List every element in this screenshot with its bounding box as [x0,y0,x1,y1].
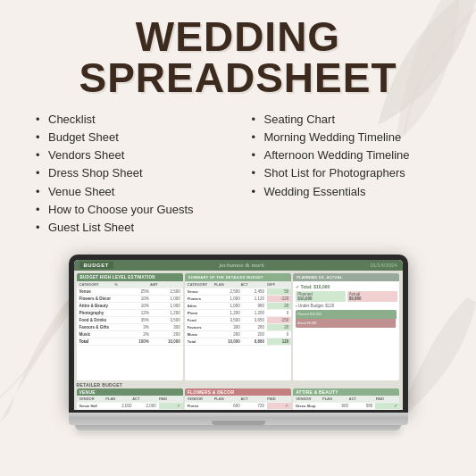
budget-label: BUDGET [79,262,113,269]
features-column-right: Seating Chart Morning Wedding Timeline A… [252,111,441,237]
feature-item: How to Choose your Guests [36,201,225,219]
laptop-bottom [75,425,401,430]
spreadsheet-date: 01/14/2024 [370,263,397,268]
budget-section-header: BUDGET HIGH LEVEL ESTIMATION [77,273,183,281]
retailer-attire: ATTIRE & BEAUTY VENDORPLANACTPAID Dress … [293,388,399,410]
retailer-attire-header: ATTIRE & BEAUTY [293,388,399,396]
summary-section: SUMMARY OF THE DETAILED BUDGET CATEGORYP… [185,273,291,380]
retailer-flowers-header: FLOWERS & DECOR [185,388,291,396]
laptop-base [69,413,408,425]
planning-section-header: PLANNING VS. ACTUAL [293,273,399,281]
retailer-venue-header: VENUE [77,388,183,396]
feature-item: Guest List Sheet [36,219,225,237]
page-container: WEDDING SPREADSHEET Checklist Budget She… [0,0,476,476]
feature-item: Venue Sheet [36,183,225,201]
planning-section: PLANNING VS. ACTUAL ✓ Total: $10,000 Pla… [293,273,399,380]
spreadsheet-header: BUDGET jachamoe & mark 01/14/2024 [74,260,403,271]
feature-item: Dress Shop Sheet [36,164,225,182]
retailer-venue: VENUE VENDORPLANACTPAID Venue Hall2,0002… [77,388,183,410]
feature-item: Afternoon Wedding Timeline [252,146,441,164]
laptop-screen-inner: BUDGET jachamoe & mark 01/14/2024 BUDGET… [74,260,403,410]
feature-item: Vendors Sheet [36,146,225,164]
budget-section: BUDGET HIGH LEVEL ESTIMATION CATEGORY%AM… [77,273,183,380]
feature-item: Checklist [36,111,225,129]
features-section: Checklist Budget Sheet Vendors Sheet Dre… [18,111,458,237]
laptop-mockup: BUDGET jachamoe & mark 01/14/2024 BUDGET… [69,255,408,430]
feature-item: Shot List for Photographers [252,164,441,182]
couple-name: jachamoe & mark [219,262,264,269]
spreadsheet-content: BUDGET jachamoe & mark 01/14/2024 BUDGET… [74,260,403,410]
laptop-screen-outer: BUDGET jachamoe & mark 01/14/2024 BUDGET… [69,255,408,413]
planning-content: ✓ Total: $10,000 Planned$10,000 Actual$9… [293,281,399,330]
spreadsheet-body: BUDGET HIGH LEVEL ESTIMATION CATEGORY%AM… [74,271,403,383]
page-title: WEDDING SPREADSHEET [79,16,397,98]
retailer-flowers: FLOWERS & DECOR VENDORPLANACTPAID Floris… [185,388,291,410]
features-column-left: Checklist Budget Sheet Vendors Sheet Dre… [36,111,225,237]
feature-item: Morning Wedding Timeline [252,129,441,146]
retailer-panels: VENUE VENDORPLANACTPAID Venue Hall2,0002… [77,388,400,410]
summary-section-header: SUMMARY OF THE DETAILED BUDGET [185,273,291,281]
retailer-budget-area: RETAILER BUDGET VENUE VENDORPLANACTPAID … [74,381,403,410]
feature-item: Budget Sheet [36,129,225,146]
feature-item: Seating Chart [252,111,441,129]
retailer-label: RETAILER BUDGET [77,381,400,388]
feature-item: Wedding Essentials [252,183,441,201]
